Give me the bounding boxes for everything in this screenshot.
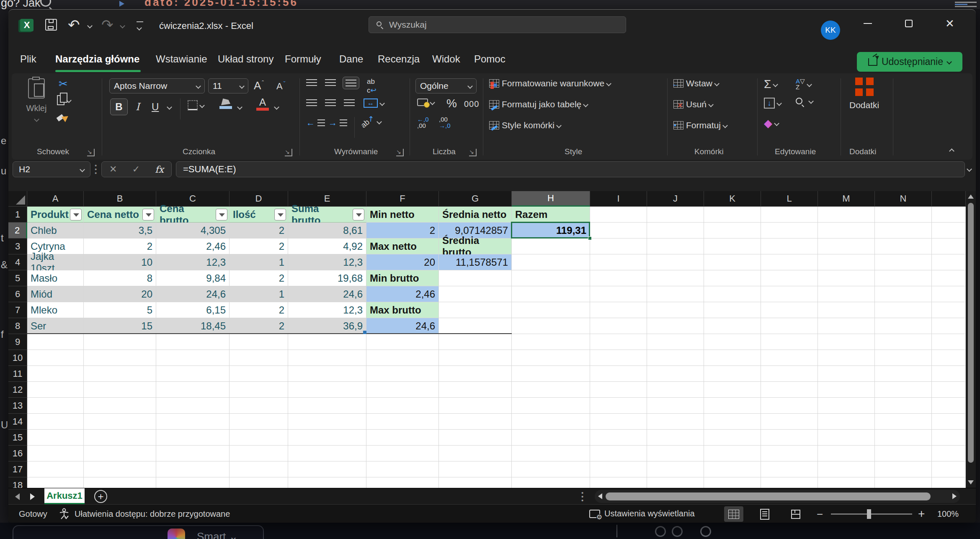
enter-icon[interactable]: ✓ bbox=[132, 164, 140, 175]
undo-dropdown-icon[interactable] bbox=[87, 23, 93, 29]
cell-C14[interactable] bbox=[156, 414, 230, 430]
cell-K5[interactable] bbox=[704, 270, 761, 286]
cell-L2[interactable] bbox=[761, 223, 818, 238]
col-header-N[interactable]: N bbox=[875, 191, 932, 207]
autosum-icon[interactable]: Σ bbox=[764, 78, 777, 91]
cell-B14[interactable] bbox=[84, 414, 156, 430]
cell-C9[interactable] bbox=[156, 334, 230, 350]
col-header-B[interactable]: B bbox=[84, 191, 156, 207]
cell-J11[interactable] bbox=[647, 366, 704, 382]
accessibility-status[interactable]: Ułatwienia dostępu: dobrze przygotowane bbox=[75, 509, 230, 519]
row-header-11[interactable]: 11 bbox=[8, 366, 27, 382]
cell-K8[interactable] bbox=[704, 318, 761, 334]
cell-B13[interactable] bbox=[84, 398, 156, 414]
cell-E7[interactable]: 12,3 bbox=[288, 302, 366, 318]
cell-G16[interactable] bbox=[439, 446, 512, 461]
row-header-18[interactable]: 18 bbox=[8, 477, 27, 488]
tab-formuly[interactable]: Formuły bbox=[285, 53, 321, 65]
cell-M1[interactable] bbox=[818, 207, 875, 223]
col-header-F[interactable]: F bbox=[366, 191, 439, 207]
cell-M15[interactable] bbox=[818, 430, 875, 446]
cell-N10[interactable] bbox=[875, 350, 932, 366]
format-painter-icon[interactable] bbox=[57, 114, 69, 121]
cell-N13[interactable] bbox=[875, 398, 932, 414]
sheet-tab-arkusz1[interactable]: Arkusz1 bbox=[44, 488, 85, 505]
display-settings-button[interactable]: ⚙ Ustawienia wyświetlania bbox=[589, 509, 695, 518]
decrease-decimal-icon[interactable]: ,00→,0 bbox=[439, 116, 451, 129]
add-sheet-button[interactable]: + bbox=[94, 490, 107, 503]
increase-font-icon[interactable]: Aˆ bbox=[254, 79, 264, 92]
cell-J14[interactable] bbox=[647, 414, 704, 430]
cell-F5[interactable]: Min brutto bbox=[366, 270, 439, 286]
cell-I4[interactable] bbox=[590, 254, 647, 270]
cell-D1[interactable]: Ilość bbox=[230, 207, 288, 223]
cell-D12[interactable] bbox=[230, 382, 288, 398]
row-header-4[interactable]: 4 bbox=[8, 254, 27, 270]
filter-dropdown-icon[interactable] bbox=[142, 209, 154, 220]
font-name-select[interactable]: Aptos Narrow bbox=[109, 78, 205, 93]
cell-C15[interactable] bbox=[156, 430, 230, 446]
cell-G1[interactable]: Średnia netto bbox=[439, 207, 512, 223]
cell-A17[interactable] bbox=[27, 461, 84, 477]
cell-E13[interactable] bbox=[288, 398, 366, 414]
align-middle-icon[interactable] bbox=[325, 79, 336, 86]
row-header-2[interactable]: 2 bbox=[8, 223, 27, 238]
cell-E3[interactable]: 4,92 bbox=[288, 238, 366, 254]
share-button[interactable]: Udostępnianie bbox=[857, 52, 962, 72]
cell-J1[interactable] bbox=[647, 207, 704, 223]
cell-J3[interactable] bbox=[647, 238, 704, 254]
cell-J8[interactable] bbox=[647, 318, 704, 334]
cell-I6[interactable] bbox=[590, 286, 647, 302]
cell-14[interactable] bbox=[932, 414, 966, 430]
cell-I1[interactable] bbox=[590, 207, 647, 223]
search-input[interactable]: Wyszukaj bbox=[369, 16, 626, 33]
cell-G17[interactable] bbox=[439, 461, 512, 477]
col-header-H[interactable]: H bbox=[512, 191, 590, 207]
cell-C8[interactable]: 18,45 bbox=[156, 318, 230, 334]
zoom-out-icon[interactable]: − bbox=[817, 508, 823, 521]
excel-logo-icon[interactable]: X bbox=[20, 19, 34, 31]
row-header-7[interactable]: 7 bbox=[8, 302, 27, 318]
cell-K14[interactable] bbox=[704, 414, 761, 430]
cell-J18[interactable] bbox=[647, 477, 704, 488]
cell-L8[interactable] bbox=[761, 318, 818, 334]
cell-E10[interactable] bbox=[288, 350, 366, 366]
cell-M12[interactable] bbox=[818, 382, 875, 398]
cell-J12[interactable] bbox=[647, 382, 704, 398]
cell-B1[interactable]: Cena netto bbox=[84, 207, 156, 223]
cell-M11[interactable] bbox=[818, 366, 875, 382]
cell-D5[interactable]: 2 bbox=[230, 270, 288, 286]
italic-button[interactable]: I bbox=[136, 101, 139, 113]
currency-icon[interactable] bbox=[417, 98, 434, 106]
cell-I5[interactable] bbox=[590, 270, 647, 286]
col-header-G[interactable]: G bbox=[439, 191, 512, 207]
col-header-I[interactable]: I bbox=[590, 191, 647, 207]
cell-N7[interactable] bbox=[875, 302, 932, 318]
alignment-dialog-launcher[interactable]: ↘ bbox=[396, 149, 404, 156]
cell-I8[interactable] bbox=[590, 318, 647, 334]
cell-D2[interactable]: 2 bbox=[230, 223, 288, 238]
cell-5[interactable] bbox=[932, 270, 966, 286]
scroll-down-icon[interactable] bbox=[968, 480, 974, 485]
cell-styles-button[interactable]: ▬ Style komórki bbox=[489, 120, 561, 130]
cell-F4[interactable]: 20 bbox=[366, 254, 439, 270]
normal-view-button[interactable] bbox=[724, 506, 743, 522]
customize-toolbar-icon[interactable] bbox=[137, 21, 143, 31]
cell-H9[interactable] bbox=[512, 334, 590, 350]
align-top-icon[interactable] bbox=[306, 79, 317, 86]
cell-H8[interactable] bbox=[512, 318, 590, 334]
cell-G9[interactable] bbox=[439, 334, 512, 350]
cell-I18[interactable] bbox=[590, 477, 647, 488]
cell-J16[interactable] bbox=[647, 446, 704, 461]
cell-M18[interactable] bbox=[818, 477, 875, 488]
cell-A8[interactable]: Ser bbox=[27, 318, 84, 334]
row-header-14[interactable]: 14 bbox=[8, 414, 27, 430]
zoom-slider-track[interactable] bbox=[831, 513, 912, 515]
cell-D9[interactable] bbox=[230, 334, 288, 350]
cell-F1[interactable]: Min netto bbox=[366, 207, 439, 223]
cell-J15[interactable] bbox=[647, 430, 704, 446]
prev-sheet-icon[interactable] bbox=[15, 493, 20, 500]
cell-D17[interactable] bbox=[230, 461, 288, 477]
col-header-J[interactable]: J bbox=[647, 191, 704, 207]
cell-F7[interactable]: Max brutto bbox=[366, 302, 439, 318]
